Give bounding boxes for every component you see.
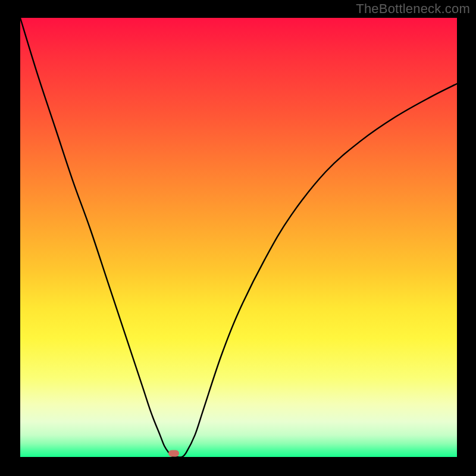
curve-svg	[20, 18, 457, 457]
watermark-text: TheBottleneck.com	[356, 1, 470, 17]
bottleneck-curve-path	[20, 18, 457, 457]
chart-container: TheBottleneck.com	[0, 0, 476, 476]
plot-area	[20, 18, 457, 457]
optimum-marker	[168, 450, 179, 457]
